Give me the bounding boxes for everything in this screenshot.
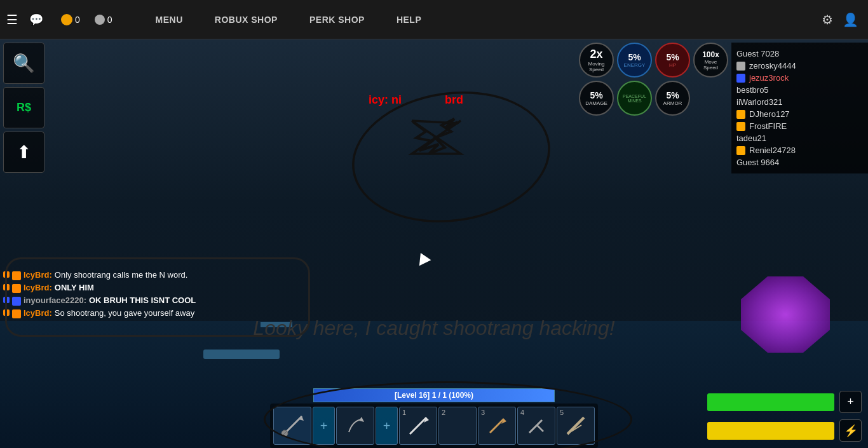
topbar: ☰ 💬 0 0 MENU ROBUX SHOP PERK SHOP HELP ⚙… bbox=[0, 0, 868, 39]
topbar-right: ⚙ 👤 bbox=[822, 12, 868, 27]
profile-icon[interactable]: 👤 bbox=[843, 12, 858, 27]
player-iiWarlord321: iiWarlord321 bbox=[736, 96, 863, 108]
player-Guest9664: Guest 9664 bbox=[736, 156, 863, 168]
badge-zerosky4444 bbox=[736, 62, 745, 71]
gold-coin-icon bbox=[61, 14, 72, 25]
svg-line-6 bbox=[410, 417, 426, 434]
chat-indicator-1 bbox=[3, 271, 10, 278]
left-sidebar: 🔍 R$ ⬆ bbox=[0, 39, 48, 173]
chat-msg-4: IcyBrd: So shootrang, you gave yourself … bbox=[3, 308, 196, 318]
stat-peaceful-mines: PEACEFULMINES bbox=[617, 81, 652, 116]
robux-shop-link[interactable]: ROBUX SHOP bbox=[199, 15, 294, 25]
hotbar: [Level 16] 1 / 1 (100%) + bbox=[270, 388, 598, 448]
chat-text-3: OK BRUH THIS ISNT COOL bbox=[89, 295, 196, 305]
level-bar-text: [Level 16] 1 / 1 (100%) bbox=[395, 391, 473, 400]
health-add-icon[interactable]: + bbox=[839, 391, 862, 413]
chat-indicator-3 bbox=[3, 297, 10, 303]
chat-area: IcyBrd: Only shootrang calls me the N wo… bbox=[3, 270, 196, 321]
svg-line-8 bbox=[490, 419, 504, 433]
settings-icon[interactable]: ⚙ bbox=[822, 12, 833, 27]
svg-line-10 bbox=[529, 420, 542, 433]
help-link[interactable]: HELP bbox=[381, 15, 437, 25]
stamina-icon[interactable]: ⚡ bbox=[839, 419, 862, 442]
chat-name-4: IcyBrd: bbox=[24, 308, 52, 318]
chat-badge-1 bbox=[12, 271, 21, 280]
slot-1-weapon-icon bbox=[406, 414, 430, 438]
player-DJhero127: DJhero127 bbox=[736, 108, 863, 120]
player-Reniel24728: Reniel24728 bbox=[736, 144, 863, 156]
badge-DJhero127 bbox=[736, 110, 745, 119]
weapon-icon-extra2 bbox=[344, 414, 367, 437]
svg-line-11 bbox=[537, 425, 543, 431]
hotbar-slot-extra1[interactable] bbox=[273, 407, 311, 445]
main-annotation-text: Looky here, I caught shootrang hacking! bbox=[253, 316, 614, 340]
robux-sidebar-btn[interactable]: R$ bbox=[3, 87, 44, 128]
chat-badge-2 bbox=[12, 284, 21, 293]
gold-value: 0 bbox=[75, 15, 80, 25]
player-jezuz3rock: jezuz3rock bbox=[736, 72, 863, 84]
chat-msg-3: inyourface2220: OK BRUH THIS ISNT COOL bbox=[3, 295, 196, 306]
chat-text-2: ONLY HIM bbox=[55, 283, 94, 292]
player-Guest7028: Guest 7028 bbox=[736, 48, 863, 60]
chat-badge-4 bbox=[12, 309, 21, 318]
perk-shop-link[interactable]: PERK SHOP bbox=[294, 15, 381, 25]
player-tadeu21: tadeu21 bbox=[736, 132, 863, 144]
stat-damage: 5% DAMAGE bbox=[579, 81, 614, 116]
slot-4-weapon-icon bbox=[524, 414, 548, 438]
stamina-bar-row: ⚡ bbox=[707, 419, 862, 442]
hotbar-slots: + + 1 2 bbox=[270, 404, 598, 448]
chat-indicator-4 bbox=[3, 309, 10, 316]
chat-indicator-2 bbox=[3, 284, 10, 290]
cursor bbox=[414, 253, 431, 269]
bars-right: + ⚡ bbox=[707, 391, 862, 442]
chat-text-1: Only shootrang calls me the N word. bbox=[55, 270, 188, 280]
chat-name-2: IcyBrd: bbox=[24, 283, 52, 292]
hotbar-add-btn-1[interactable]: + bbox=[313, 407, 335, 445]
chat-text-4: So shootrang, you gave yourself away bbox=[55, 308, 194, 318]
badge-FrostFIRE bbox=[736, 122, 745, 131]
chat-msg-1: IcyBrd: Only shootrang calls me the N wo… bbox=[3, 270, 196, 280]
player-bestbro5: bestbro5 bbox=[736, 84, 863, 96]
silver-value: 0 bbox=[107, 15, 112, 25]
chat-msg-2: IcyBrd: ONLY HIM bbox=[3, 283, 196, 293]
chat-name-1: IcyBrd: bbox=[24, 270, 52, 280]
hotbar-slot-extra2[interactable] bbox=[336, 407, 374, 445]
hotbar-slot-2[interactable]: 2 bbox=[438, 407, 477, 445]
hotbar-slot-5[interactable]: 5 bbox=[557, 407, 595, 445]
chat-icon[interactable]: 💬 bbox=[29, 13, 43, 27]
health-bar-row: + bbox=[707, 391, 862, 413]
badge-Reniel24728 bbox=[736, 146, 745, 155]
level-bar-container: [Level 16] 1 / 1 (100%) bbox=[313, 388, 555, 402]
annotation-label-icy: icy: ni bbox=[369, 93, 402, 107]
hud-stats: 2x MovingSpeed 5% ENERGY 5% HP 100x Move… bbox=[579, 43, 728, 116]
topbar-left: ☰ 💬 0 0 MENU ROBUX SHOP PERK SHOP HELP bbox=[0, 12, 444, 27]
slot-3-weapon-icon bbox=[485, 414, 509, 438]
annotation-label-brd: brd bbox=[445, 93, 463, 107]
search-sidebar-btn[interactable]: 🔍 bbox=[3, 43, 44, 84]
stat-armor: 5% ARMOR bbox=[655, 81, 690, 116]
stamina-bar bbox=[707, 422, 834, 440]
player-zerosky4444: zerosky4444 bbox=[736, 60, 863, 72]
game-area: 2x MovingSpeed 5% ENERGY 5% HP 100x Move… bbox=[0, 39, 868, 448]
weapon-icon-extra1 bbox=[280, 413, 305, 438]
currency-silver: 0 bbox=[95, 15, 112, 25]
purple-crystal bbox=[741, 276, 830, 353]
hotbar-slot-4[interactable]: 4 bbox=[517, 407, 555, 445]
upgrade-sidebar-btn[interactable]: ⬆ bbox=[3, 132, 44, 173]
stat-moving-speed: 2x MovingSpeed bbox=[579, 43, 614, 78]
hotbar-add-btn-2[interactable]: + bbox=[376, 407, 398, 445]
silver-coin-icon bbox=[95, 15, 105, 25]
menu-link[interactable]: MENU bbox=[140, 15, 199, 25]
hotbar-slot-3[interactable]: 3 bbox=[478, 407, 516, 445]
nav-links: MENU ROBUX SHOP PERK SHOP HELP bbox=[140, 15, 438, 25]
player-FrostFIRE: FrostFIRE bbox=[736, 120, 863, 132]
slot-5-weapon-icon bbox=[564, 414, 588, 438]
health-bar bbox=[707, 393, 834, 411]
stat-hp: 5% HP bbox=[655, 43, 690, 78]
hamburger-icon[interactable]: ☰ bbox=[6, 12, 18, 27]
platform-1 bbox=[203, 350, 280, 359]
player-list: Guest 7028 zerosky4444 jezuz3rock bestbr… bbox=[731, 43, 868, 173]
stat-move-speed-2: 100x MoveSpeed bbox=[693, 43, 728, 78]
hotbar-slot-1[interactable]: 1 bbox=[399, 407, 437, 445]
chat-badge-3 bbox=[12, 297, 21, 306]
